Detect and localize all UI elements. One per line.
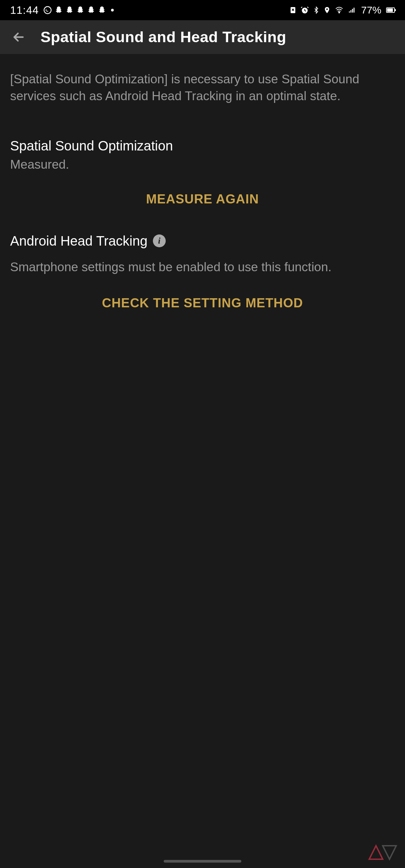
section-title-spatial: Spatial Sound Optimization (10, 138, 395, 153)
alarm-icon (300, 6, 309, 15)
content: [Spatial Sound Optimization] is necessar… (0, 54, 405, 314)
svg-point-0 (44, 7, 51, 14)
status-notification-icons (43, 5, 114, 15)
snapchat-icon (76, 6, 85, 15)
svg-point-4 (339, 12, 340, 13)
arrow-left-icon (11, 30, 26, 45)
back-button[interactable] (10, 29, 27, 46)
card-icon (289, 6, 297, 14)
battery-icon (386, 7, 395, 13)
status-time: 11:44 (10, 4, 39, 17)
snapchat-icon (54, 6, 63, 15)
signal-icon (348, 6, 356, 14)
section-desc-headtracking: Smartphone settings must be enabled to u… (10, 259, 395, 276)
whatsapp-icon (43, 5, 52, 15)
snapchat-icon (98, 6, 106, 15)
section-status-spatial: Measured. (10, 158, 395, 172)
battery-percent: 77% (361, 4, 381, 16)
spatial-sound-section: Spatial Sound Optimization Measured. MEA… (10, 138, 395, 210)
section-title-headtracking: Android Head Tracking (10, 233, 147, 249)
status-left: 11:44 (10, 4, 114, 17)
measure-again-button[interactable]: MEASURE AGAIN (10, 189, 395, 210)
more-notifications-dot (111, 9, 114, 11)
svg-point-3 (326, 8, 328, 10)
snapchat-icon (65, 6, 74, 15)
location-icon (323, 6, 331, 15)
page-title: Spatial Sound and Head Tracking (40, 28, 286, 46)
nav-handle[interactable] (164, 860, 241, 863)
bluetooth-icon (313, 5, 320, 15)
head-tracking-section: Android Head Tracking i Smartphone setti… (10, 233, 395, 314)
status-bar: 11:44 77% (0, 0, 405, 20)
watermark-logo-icon (366, 842, 400, 863)
snapchat-icon (87, 6, 96, 15)
app-bar: Spatial Sound and Head Tracking (0, 20, 405, 54)
wifi-icon (334, 6, 344, 14)
status-right: 77% (289, 4, 395, 16)
check-setting-method-button[interactable]: CHECK THE SETTING METHOD (10, 292, 395, 314)
info-icon[interactable]: i (153, 234, 166, 247)
intro-text: [Spatial Sound Optimization] is necessar… (10, 71, 395, 105)
